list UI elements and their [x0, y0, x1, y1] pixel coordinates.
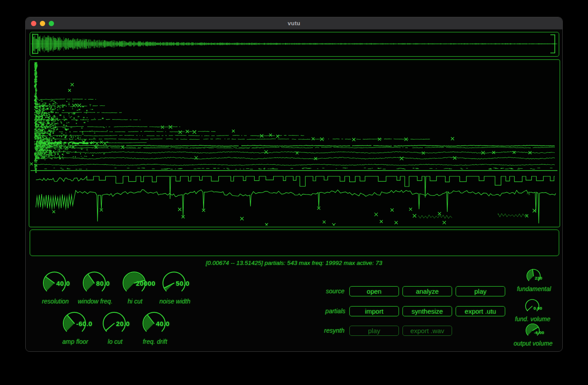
- knob-value: 0.00: [534, 306, 542, 311]
- knob-label: fund. volume: [502, 315, 563, 323]
- desktop: vutu [0.00674 -- 13.51425] partials: 543…: [0, 0, 588, 385]
- resynth-row-label: resynth: [296, 327, 344, 334]
- knob-fundamental[interactable]: 220 fundamental: [526, 268, 542, 284]
- titlebar[interactable]: vutu: [26, 17, 562, 30]
- window-title: vutu: [26, 17, 562, 30]
- knob-label: noise width: [144, 298, 206, 305]
- knob-resolution[interactable]: 40.0 resolution: [41, 270, 70, 297]
- partials-import-button[interactable]: import: [349, 306, 399, 316]
- resynth-play-button[interactable]: play: [349, 326, 399, 336]
- knob-freq-drift[interactable]: 40.0 freq. drift: [141, 311, 169, 337]
- source-waveform-panel[interactable]: [30, 32, 559, 57]
- knob-value: 20.0: [116, 320, 130, 327]
- knob-value: 40.0: [56, 280, 70, 287]
- partials-row-label: partials: [297, 307, 345, 315]
- knob-value: -60.0: [76, 320, 93, 327]
- vutu-window: vutu [0.00674 -- 13.51425] partials: 543…: [25, 17, 563, 352]
- source-row-label: source: [296, 288, 344, 295]
- source-waveform-canvas[interactable]: [31, 33, 557, 55]
- knob-label: output volume: [502, 340, 563, 347]
- knob-fund-volume[interactable]: 0.00 fund. volume: [524, 299, 541, 315]
- resynth-waveform-panel[interactable]: [30, 229, 559, 256]
- knob-label: fundamental: [503, 285, 563, 292]
- knob-hi-cut[interactable]: 20000 hi cut: [121, 270, 149, 297]
- source-play-button[interactable]: play: [456, 286, 505, 296]
- knob-lo-cut[interactable]: 20.0 lo cut: [101, 311, 129, 337]
- knob-value: -6.00: [534, 330, 544, 335]
- partials-display-panel[interactable]: [29, 59, 560, 227]
- knob-window-freq[interactable]: 80.0 window freq.: [81, 270, 109, 297]
- knob-value: 220: [535, 276, 542, 280]
- knob-value: 80.0: [96, 280, 110, 287]
- partials-canvas[interactable]: [30, 60, 558, 226]
- knob-output-volume[interactable]: -6.00 output volume: [525, 323, 542, 339]
- analysis-status-line: [0.00674 -- 13.51425] partials: 543 max …: [26, 260, 562, 266]
- knob-amp-floor[interactable]: -60.0 amp floor: [61, 311, 89, 337]
- knob-value: 50.0: [176, 280, 190, 287]
- source-analyze-button[interactable]: analyze: [402, 286, 452, 296]
- knob-value: 40.0: [156, 320, 170, 327]
- partials-export-utu-button[interactable]: export .utu: [456, 306, 505, 316]
- knob-noise-width[interactable]: 50.0 noise width: [161, 270, 189, 297]
- knob-label: freq. drift: [124, 338, 186, 345]
- resynth-export-wav-button[interactable]: export .wav: [402, 326, 452, 336]
- partials-synthesize-button[interactable]: synthesize: [402, 306, 452, 316]
- knob-value: 20000: [136, 280, 155, 287]
- source-open-button[interactable]: open: [349, 286, 399, 296]
